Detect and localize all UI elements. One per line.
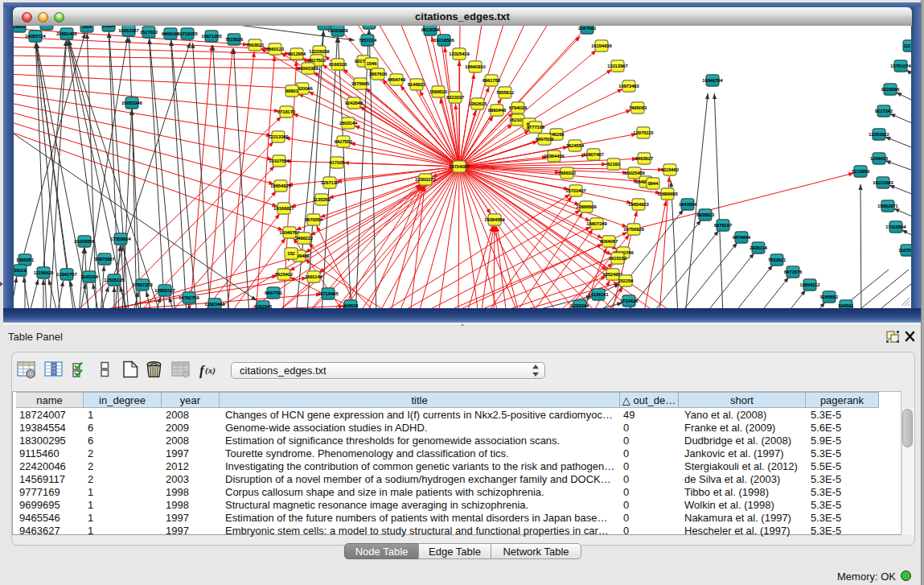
svg-text:11156829: 11156829 xyxy=(34,270,53,275)
svg-text:12975115: 12975115 xyxy=(634,130,654,135)
svg-text:14136141: 14136141 xyxy=(588,292,608,297)
svg-text:18935: 18935 xyxy=(14,26,26,29)
svg-text:16210643: 16210643 xyxy=(873,180,893,185)
svg-text:12942757: 12942757 xyxy=(56,272,76,277)
svg-text:8660123: 8660123 xyxy=(266,47,284,51)
svg-text:20206556: 20206556 xyxy=(74,239,94,244)
svg-text:9457791: 9457791 xyxy=(265,290,282,295)
svg-text:6794028: 6794028 xyxy=(509,105,527,110)
svg-text:7625402: 7625402 xyxy=(275,272,293,277)
svg-text:9474444: 9474444 xyxy=(733,235,750,240)
svg-text:8454749: 8454749 xyxy=(388,77,405,82)
svg-text:1733426: 1733426 xyxy=(620,299,638,303)
svg-text:8471676: 8471676 xyxy=(784,270,802,274)
svg-text:2021406: 2021406 xyxy=(315,26,333,27)
svg-text:20053346: 20053346 xyxy=(121,101,142,105)
svg-text:8938923: 8938923 xyxy=(696,212,714,217)
svg-text:8813054: 8813054 xyxy=(421,27,439,32)
svg-text:6961758: 6961758 xyxy=(483,78,500,83)
svg-text:10654112: 10654112 xyxy=(800,282,820,287)
svg-text:19654925: 19654925 xyxy=(270,183,290,188)
svg-text:2087682: 2087682 xyxy=(578,26,596,31)
svg-text:16884: 16884 xyxy=(102,26,115,28)
svg-text:9827503: 9827503 xyxy=(308,58,326,63)
svg-text:1385051: 1385051 xyxy=(16,257,34,262)
svg-text:1527602: 1527602 xyxy=(140,30,158,35)
svg-text:13325419: 13325419 xyxy=(449,51,469,56)
svg-text:3624554: 3624554 xyxy=(566,143,584,148)
svg-text:16543382: 16543382 xyxy=(298,66,318,71)
svg-text:62160: 62160 xyxy=(607,162,620,167)
svg-text:19166827: 19166827 xyxy=(273,206,294,211)
svg-text:10025458: 10025458 xyxy=(624,171,644,175)
svg-text:6879197: 6879197 xyxy=(714,223,732,228)
svg-text:16033809: 16033809 xyxy=(327,28,347,33)
svg-text:3675685: 3675685 xyxy=(351,81,369,86)
svg-text:8186328: 8186328 xyxy=(329,62,347,67)
svg-text:9146821: 9146821 xyxy=(408,82,425,87)
svg-text:3215958: 3215958 xyxy=(852,169,869,174)
svg-text:1292345: 1292345 xyxy=(254,304,272,308)
svg-text:10899695: 10899695 xyxy=(657,192,677,196)
svg-text:8322037: 8322037 xyxy=(446,95,464,100)
svg-text:3267130: 3267130 xyxy=(321,180,339,185)
svg-text:10688609: 10688609 xyxy=(576,204,596,209)
svg-text:20364436: 20364436 xyxy=(544,154,564,159)
svg-text:18807249: 18807249 xyxy=(586,221,606,226)
svg-text:17957253: 17957253 xyxy=(132,282,152,287)
svg-text:16671355: 16671355 xyxy=(201,34,221,39)
svg-text:15716485: 15716485 xyxy=(318,291,338,296)
svg-text:1615152: 1615152 xyxy=(609,256,626,261)
svg-text:98901: 98901 xyxy=(285,89,298,93)
svg-text:24055724: 24055724 xyxy=(25,34,45,39)
svg-text:1588520: 1588520 xyxy=(429,89,447,94)
svg-text:12505135: 12505135 xyxy=(104,278,124,282)
svg-text:16782759: 16782759 xyxy=(179,295,199,300)
svg-text:10107554: 10107554 xyxy=(269,159,289,163)
svg-text:2718170: 2718170 xyxy=(277,109,295,114)
svg-text:8990448: 8990448 xyxy=(488,108,506,113)
svg-text:1691144: 1691144 xyxy=(305,274,322,279)
svg-text:1640954: 1640954 xyxy=(679,202,696,207)
svg-text:7515526: 7515526 xyxy=(225,37,243,42)
svg-text:12213967: 12213967 xyxy=(607,64,627,68)
svg-text:(x): (x) xyxy=(205,365,216,376)
svg-text:8427552: 8427552 xyxy=(335,139,352,144)
svg-text:2935114: 2935114 xyxy=(749,245,767,250)
svg-text:9115460: 9115460 xyxy=(661,167,679,172)
svg-text:12093822: 12093822 xyxy=(869,132,889,137)
svg-text:12213389: 12213389 xyxy=(268,134,288,139)
svg-text:152: 152 xyxy=(287,251,295,256)
svg-text:23300273: 23300273 xyxy=(415,177,435,182)
svg-text:1244415: 1244415 xyxy=(870,156,888,161)
svg-text:6497508: 6497508 xyxy=(536,137,553,142)
svg-text:7955812: 7955812 xyxy=(496,90,514,95)
svg-text:10719155: 10719155 xyxy=(177,31,197,36)
svg-text:20691406: 20691406 xyxy=(56,31,76,36)
svg-text:10046766: 10046766 xyxy=(279,230,299,235)
svg-text:19384554: 19384554 xyxy=(484,217,504,222)
svg-text:18640910: 18640910 xyxy=(465,64,485,69)
svg-text:2867608: 2867608 xyxy=(369,72,387,76)
svg-text:18724007: 18724007 xyxy=(449,164,469,169)
svg-text:10958107: 10958107 xyxy=(154,288,175,293)
svg-text:30975867: 30975867 xyxy=(94,257,114,262)
svg-text:9245652: 9245652 xyxy=(820,295,838,299)
svg-text:17359924: 17359924 xyxy=(110,237,130,241)
svg-text:1362615: 1362615 xyxy=(469,101,487,106)
svg-text:19756928: 19756928 xyxy=(623,227,643,232)
svg-text:9844: 9844 xyxy=(648,181,659,186)
svg-text:12923446: 12923446 xyxy=(204,302,224,307)
svg-text:8912954: 8912954 xyxy=(288,51,306,56)
svg-text:2803144: 2803144 xyxy=(339,121,357,126)
svg-text:8678354: 8678354 xyxy=(305,217,322,222)
svg-text:3498222: 3498222 xyxy=(295,236,313,241)
svg-text:1292344: 1292344 xyxy=(571,303,589,308)
svg-text:7485063: 7485063 xyxy=(629,105,647,110)
svg-text:1167534: 1167534 xyxy=(898,248,911,253)
svg-text:16154838: 16154838 xyxy=(591,43,611,48)
svg-text:9084067: 9084067 xyxy=(600,239,618,244)
svg-text:15692971: 15692971 xyxy=(877,204,897,208)
svg-text:417005: 417005 xyxy=(330,160,345,165)
svg-text:1135359: 1135359 xyxy=(313,197,331,202)
